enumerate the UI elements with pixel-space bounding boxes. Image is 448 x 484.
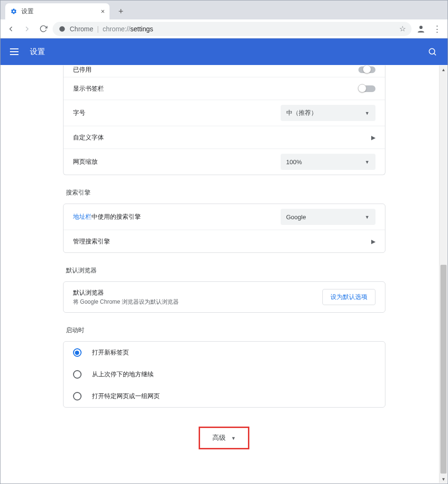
default-browser-card: 默认浏览器 将 Google Chrome 浏览器设为默认浏览器 设为默认选项: [63, 281, 385, 313]
row-label: 网页缩放: [73, 158, 281, 166]
option-label: 从上次停下的地方继续: [92, 370, 154, 379]
radio-icon: [73, 370, 82, 379]
chevron-right-icon: ▶: [371, 134, 375, 141]
page-zoom-select[interactable]: 100% ▼: [281, 154, 375, 170]
new-tab-button[interactable]: +: [114, 5, 128, 18]
profile-button[interactable]: [414, 22, 428, 36]
setting-row-show-bookmarks: 显示书签栏: [64, 77, 385, 100]
svg-line-7: [434, 54, 436, 56]
startup-option-specific[interactable]: 打开特定网页或一组网页: [64, 385, 385, 407]
startup-option-continue[interactable]: 从上次停下的地方继续: [64, 363, 385, 385]
scroll-down-icon[interactable]: ▼: [439, 475, 447, 483]
select-value: 中（推荐）: [286, 109, 317, 117]
row-subtitle: 将 Google Chrome 浏览器设为默认浏览器: [73, 298, 322, 306]
browser-window: 设置 × + Chrome | chrome://settings ☆ ⋮: [0, 0, 448, 484]
svg-point-4: [59, 26, 65, 32]
scroll-thumb[interactable]: [440, 265, 447, 474]
set-default-button[interactable]: 设为默认选项: [322, 289, 375, 305]
row-label: 地址栏中使用的搜索引擎: [73, 213, 281, 221]
setting-row-font-size: 字号 中（推荐） ▼: [64, 100, 385, 126]
startup-option-new-tab[interactable]: 打开新标签页: [64, 342, 385, 363]
setting-row-custom-fonts[interactable]: 自定义字体 ▶: [64, 126, 385, 149]
settings-header: 设置: [0, 38, 448, 65]
row-label-group: 默认浏览器 将 Google Chrome 浏览器设为默认浏览器: [73, 289, 322, 306]
startup-card: 打开新标签页 从上次停下的地方继续 打开特定网页或一组网页: [63, 341, 385, 408]
select-value: 100%: [286, 158, 302, 166]
font-size-select[interactable]: 中（推荐） ▼: [281, 105, 375, 121]
url-scheme-label: Chrome: [70, 25, 93, 33]
address-bar-link[interactable]: 地址栏: [73, 213, 91, 220]
menu-button[interactable]: ⋮: [430, 24, 444, 34]
address-bar-suffix: 中使用的搜索引擎: [91, 213, 141, 220]
scrollbar[interactable]: ▲ ▼: [439, 65, 447, 483]
radio-icon: [73, 348, 82, 357]
section-heading-search: 搜索引擎: [66, 188, 385, 197]
setting-row-manage-engines[interactable]: 管理搜索引擎 ▶: [64, 230, 385, 252]
caret-down-icon: ▼: [365, 159, 370, 165]
search-engine-select[interactable]: Google ▼: [281, 209, 375, 225]
row-label: 自定义字体: [73, 133, 366, 142]
scroll-up-icon[interactable]: ▲: [439, 65, 447, 74]
section-heading-default-browser: 默认浏览器: [66, 266, 385, 275]
caret-down-icon: ▼: [231, 436, 236, 441]
radio-icon: [73, 392, 82, 400]
browser-toolbar: Chrome | chrome://settings ☆ ⋮: [0, 19, 448, 38]
setting-row-paused: 已停用: [64, 65, 385, 77]
page-title: 设置: [30, 47, 45, 57]
advanced-section: 高级 ▼: [63, 427, 385, 449]
option-label: 打开新标签页: [92, 348, 129, 357]
svg-point-6: [429, 48, 435, 54]
toggle-show-bookmarks[interactable]: [358, 85, 375, 92]
reload-button[interactable]: [37, 22, 50, 36]
site-info-icon[interactable]: [58, 25, 66, 33]
search-engine-card: 地址栏中使用的搜索引擎 Google ▼ 管理搜索引擎 ▶: [63, 204, 385, 253]
caret-down-icon: ▼: [365, 111, 370, 116]
advanced-label: 高级: [212, 434, 226, 442]
chevron-right-icon: ▶: [371, 238, 375, 245]
setting-row-default-browser: 默认浏览器 将 Google Chrome 浏览器设为默认浏览器 设为默认选项: [64, 282, 385, 312]
bookmark-star-icon[interactable]: ☆: [399, 24, 406, 33]
browser-tab[interactable]: 设置 ×: [5, 3, 110, 19]
section-heading-startup: 启动时: [66, 326, 385, 335]
back-button[interactable]: [4, 22, 18, 36]
appearance-card: 已停用 显示书签栏 字号 中（推荐） ▼: [63, 65, 385, 175]
setting-row-page-zoom: 网页缩放 100% ▼: [64, 149, 385, 175]
menu-icon[interactable]: [10, 46, 21, 57]
search-icon[interactable]: [427, 46, 438, 57]
select-value: Google: [286, 214, 306, 221]
close-tab-icon[interactable]: ×: [101, 8, 105, 15]
row-title: 默认浏览器: [73, 289, 322, 297]
address-bar[interactable]: Chrome | chrome://settings ☆: [53, 22, 411, 36]
url-separator: |: [97, 25, 99, 33]
row-label: 已停用: [73, 65, 358, 74]
forward-button[interactable]: [20, 22, 34, 36]
settings-content: 已停用 显示书签栏 字号 中（推荐） ▼: [1, 65, 447, 483]
row-label: 显示书签栏: [73, 84, 358, 93]
setting-row-address-bar-engine: 地址栏中使用的搜索引擎 Google ▼: [64, 204, 385, 230]
tab-title: 设置: [21, 7, 34, 16]
toggle-paused[interactable]: [358, 66, 375, 73]
url-text: chrome://settings: [102, 25, 153, 33]
gear-icon: [10, 8, 18, 15]
row-label: 字号: [73, 109, 281, 117]
caret-down-icon: ▼: [365, 214, 370, 220]
row-label: 管理搜索引擎: [73, 237, 366, 246]
tab-strip: 设置 × +: [0, 0, 448, 19]
svg-point-5: [420, 26, 423, 29]
advanced-toggle[interactable]: 高级 ▼: [199, 427, 250, 449]
option-label: 打开特定网页或一组网页: [92, 392, 160, 400]
